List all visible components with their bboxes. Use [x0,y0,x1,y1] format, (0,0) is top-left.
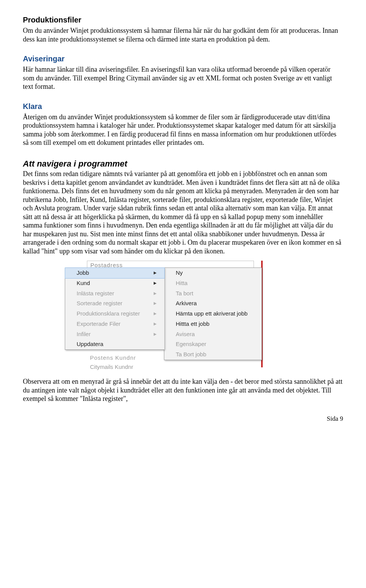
submenu-item-hämta-upp-ett-akriverat-jobb[interactable]: Hämta upp ett akriverat jobb [164,309,262,319]
context-menu-screenshot: Postadress Jobb▶Kund▶Inlästa register▶So… [65,262,276,369]
para-navigera: Det finns som redan tidigare nämnts två … [23,170,343,255]
chevron-right-icon: ▶ [154,332,157,337]
context-submenu-right[interactable]: NyHittaTa bortArkiveraHämta upp ett akri… [164,268,262,360]
submenu-item-label: Ta bort [176,290,193,297]
menu-item-uppdatera[interactable]: Uppdatera [65,339,164,349]
submenu-item-label: Ta Bort jobb [176,351,206,358]
submenu-item-label: Ny [176,269,183,277]
para-after-image: Observera att om en menyrad är grå så in… [23,377,343,403]
menu-item-label: Sorterade register [77,300,122,307]
menu-item-kund[interactable]: Kund▶ [65,278,164,288]
heading-produktionsfiler: Produktionsfiler [23,15,343,25]
menu-item-label: Produktionsklara register [77,310,140,317]
chevron-right-icon: ▶ [154,271,157,276]
submenu-item-label: Egenskaper [176,341,206,348]
submenu-item-hittta-ett-jobb[interactable]: Hittta ett jobb [164,319,262,329]
chevron-right-icon: ▶ [154,311,157,316]
para-klara: Återigen om du använder Winjet produktio… [23,113,343,147]
menu-item-exporterade-filer: Exporterade Filer▶ [65,319,164,329]
para-produktionsfiler: Om du använder Winjet produktionssystem … [23,26,343,43]
chevron-right-icon: ▶ [154,291,157,296]
menu-item-sorterade-register: Sorterade register▶ [65,298,164,309]
chevron-right-icon: ▶ [154,322,157,327]
submenu-item-ta-bort: Ta bort [164,288,262,299]
bg-field-citymails-kundnr: Citymails Kundnr [87,363,253,372]
page-number: Sida 9 [23,415,343,423]
menu-item-inlästa-register: Inlästa register▶ [65,288,164,299]
chevron-right-icon: ▶ [154,281,157,286]
chevron-right-icon: ▶ [154,301,157,306]
menu-item-label: Kund [77,280,90,287]
submenu-item-label: Hitta [176,280,188,287]
submenu-item-egenskaper: Egenskaper [164,339,262,349]
submenu-item-label: Arkivera [176,300,197,307]
menu-item-label: Exporterade Filer [77,320,120,328]
menu-item-label: Inlästa register [77,290,114,297]
menu-item-infiler: Infiler▶ [65,329,164,340]
context-menu-left[interactable]: Jobb▶Kund▶Inlästa register▶Sorterade reg… [65,268,164,350]
submenu-item-hitta: Hitta [164,278,262,288]
menu-item-label: Uppdatera [77,341,103,348]
heading-navigera: Att navigera i programmet [23,159,343,169]
menu-item-label: Infiler [77,331,91,338]
submenu-item-label: Avisera [176,331,195,338]
para-aviseringar: Här hamnar länkar till dina aviseringsfi… [23,65,343,91]
menu-item-jobb[interactable]: Jobb▶ [65,268,164,278]
heading-aviseringar: Aviseringar [23,54,343,64]
submenu-item-ta-bort-jobb: Ta Bort jobb [164,349,262,360]
submenu-item-label: Hämta upp ett akriverat jobb [176,310,247,317]
heading-klara: Klara [23,102,343,111]
submenu-item-label: Hittta ett jobb [176,320,209,328]
menu-item-label: Jobb [77,269,89,277]
submenu-item-ny[interactable]: Ny [164,268,262,278]
submenu-item-avisera: Avisera [164,329,262,340]
submenu-item-arkivera[interactable]: Arkivera [164,298,262,309]
menu-item-produktionsklara-register: Produktionsklara register▶ [65,309,164,319]
